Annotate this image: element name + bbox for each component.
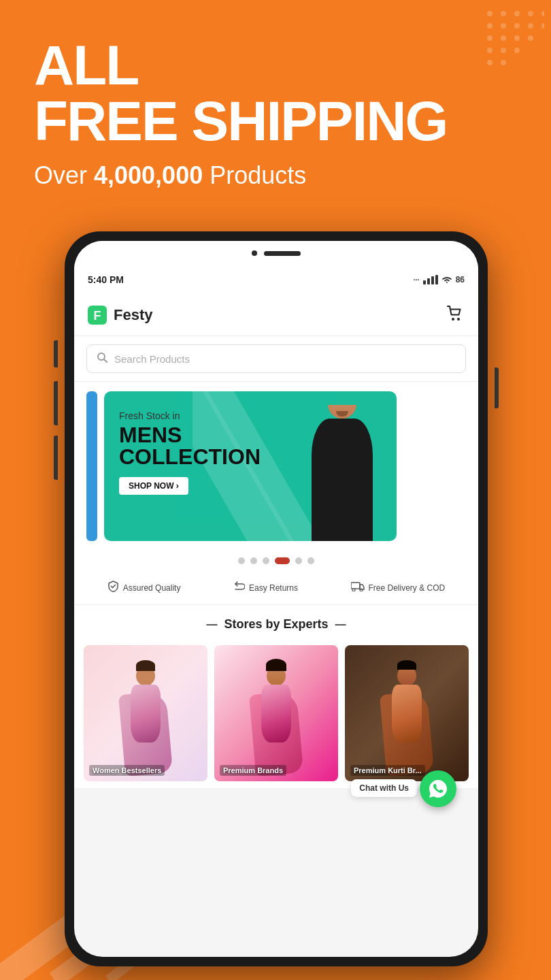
status-time: 5:40 PM <box>88 274 124 285</box>
svg-point-5 <box>487 23 492 29</box>
app-logo: F Festy <box>88 306 152 325</box>
feature-free-delivery: Free Delivery & COD <box>351 581 446 594</box>
hero-subtitle: Over 4,000,000 Products <box>34 161 447 190</box>
hero-line2: FREE SHIPPING <box>34 93 447 149</box>
silent-button <box>54 436 58 480</box>
svg-line-31 <box>104 359 107 362</box>
banner-dot-3[interactable] <box>263 557 269 564</box>
svg-point-17 <box>487 60 492 65</box>
returns-icon <box>233 581 245 595</box>
svg-point-12 <box>514 35 520 41</box>
svg-point-8 <box>528 23 533 29</box>
cart-button[interactable] <box>446 304 465 326</box>
banner-title1: MENS <box>119 424 261 446</box>
svg-point-6 <box>501 23 506 29</box>
store-women-label: Women Bestsellers <box>89 765 165 776</box>
app-name-label: Festy <box>114 306 152 324</box>
store-premium-label: Premium Brands <box>220 765 286 776</box>
store-card-premium[interactable]: Premium Brands <box>214 645 338 781</box>
banner-person <box>288 405 397 541</box>
svg-rect-24 <box>431 276 434 284</box>
banner-cta[interactable]: SHOP NOW › <box>119 477 188 495</box>
svg-point-10 <box>487 35 492 41</box>
feature-returns-label: Easy Returns <box>249 583 298 593</box>
banner-title2: COLLECTION <box>119 446 261 468</box>
hero-section: ALL FREE SHIPPING Over 4,000,000 Product… <box>34 37 447 190</box>
hero-line1: ALL <box>34 37 447 93</box>
store-grid: Women Bestsellers Premium Brands <box>74 638 478 788</box>
svg-point-4 <box>541 11 544 16</box>
search-input-wrap[interactable]: Search Products <box>86 344 466 373</box>
svg-point-14 <box>487 48 492 53</box>
feature-quality-label: Assured Quality <box>123 583 181 593</box>
truck-icon <box>351 581 365 594</box>
chat-label: Chat with Us <box>351 779 417 797</box>
app-header: F Festy <box>74 294 478 336</box>
svg-rect-25 <box>435 275 438 284</box>
svg-point-16 <box>514 48 520 53</box>
banner-area: Fresh Stock in MENS COLLECTION SHOP NOW … <box>74 382 478 551</box>
store-card-kurti[interactable]: Premium Kurti Br... <box>345 645 469 781</box>
shield-icon <box>107 581 119 595</box>
svg-point-1 <box>501 11 506 16</box>
banner-dot-4[interactable] <box>275 557 290 564</box>
svg-point-33 <box>352 589 355 591</box>
banner-dot-1[interactable] <box>238 557 245 564</box>
svg-point-7 <box>514 23 520 29</box>
phone-frame: 5:40 PM ··· 86 <box>65 231 488 966</box>
search-icon <box>97 352 107 365</box>
svg-point-34 <box>360 589 363 591</box>
search-bar: Search Products <box>74 336 478 382</box>
svg-point-9 <box>541 23 544 29</box>
decorative-dots <box>483 7 544 68</box>
svg-point-11 <box>501 35 506 41</box>
banner-dot-2[interactable] <box>250 557 257 564</box>
svg-rect-22 <box>423 280 426 284</box>
status-bar: 5:40 PM ··· 86 <box>74 265 478 294</box>
banner-text: Fresh Stock in MENS COLLECTION SHOP NOW … <box>119 410 261 495</box>
banner-tag: Fresh Stock in <box>119 410 261 421</box>
svg-rect-23 <box>427 278 430 284</box>
svg-point-15 <box>501 48 506 53</box>
svg-point-2 <box>514 11 520 16</box>
status-icons: ··· 86 <box>413 275 465 284</box>
svg-rect-32 <box>351 583 360 589</box>
banner-dot-5[interactable] <box>295 557 302 564</box>
store-kurti-label: Premium Kurti Br... <box>350 765 425 776</box>
svg-point-29 <box>457 318 460 321</box>
store-card-women[interactable]: Women Bestsellers <box>84 645 207 781</box>
banner-scroll: Fresh Stock in MENS COLLECTION SHOP NOW … <box>74 391 478 541</box>
svg-point-18 <box>501 60 506 65</box>
earpiece <box>264 251 301 256</box>
logo-icon: F <box>88 306 107 325</box>
volume-down-button <box>54 381 58 425</box>
search-placeholder: Search Products <box>114 353 190 365</box>
svg-point-13 <box>528 35 533 41</box>
svg-point-3 <box>528 11 533 16</box>
features-bar: Assured Quality Easy Returns <box>74 571 478 605</box>
banner-dot-6[interactable] <box>307 557 314 564</box>
volume-up-button <box>54 340 58 368</box>
whatsapp-chat-button[interactable] <box>420 770 456 807</box>
feature-easy-returns: Easy Returns <box>233 581 298 595</box>
stores-section-header: — Stores by Experts — <box>74 605 478 638</box>
svg-text:F: F <box>94 309 101 323</box>
feature-assured-quality: Assured Quality <box>107 581 181 595</box>
stores-section-title: Stores by Experts <box>224 617 328 632</box>
front-camera <box>252 250 257 256</box>
banner-dots <box>74 551 478 571</box>
svg-point-0 <box>487 11 492 16</box>
banner-main[interactable]: Fresh Stock in MENS COLLECTION SHOP NOW … <box>104 391 397 541</box>
svg-point-28 <box>452 318 454 321</box>
wifi-icon <box>441 276 452 284</box>
feature-delivery-label: Free Delivery & COD <box>369 583 446 593</box>
signal-icon <box>423 275 438 284</box>
banner-side-strip <box>86 391 97 541</box>
phone-screen: 5:40 PM ··· 86 <box>74 241 478 957</box>
power-button <box>495 368 499 408</box>
